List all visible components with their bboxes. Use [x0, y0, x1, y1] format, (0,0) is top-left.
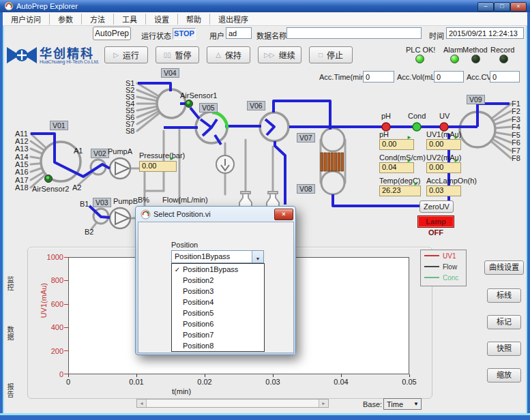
valve-v07-body[interactable]: [321, 128, 344, 151]
menu-bar: 用户访问 参数 方法 工具 设置 帮助 退出程序: [3, 12, 527, 26]
resume-label: 继续: [279, 49, 295, 61]
conc-line-swatch: [424, 277, 439, 278]
menu-parameters[interactable]: 参数: [50, 14, 82, 25]
menu-help[interactable]: 帮助: [178, 14, 210, 25]
chart-x-axis-label: t(min): [172, 387, 191, 395]
stop-button[interactable]: □ 停止: [309, 46, 353, 63]
option-position2[interactable]: Position2: [172, 275, 264, 286]
port-a18: A18: [15, 183, 29, 192]
legend-item-conc: Conc: [421, 272, 466, 283]
b-percent-label: B%: [138, 196, 149, 204]
pump-b-label: PumpB: [113, 197, 138, 205]
position-combobox[interactable]: Position1Bypass ▼: [171, 250, 264, 263]
scroll-left-icon[interactable]: ◄: [137, 400, 147, 407]
acclamp-readout-value: 0.03: [426, 185, 461, 196]
valve-v01-label[interactable]: V01: [50, 121, 68, 130]
air-sensor1-led: [186, 100, 193, 108]
y-tick-800: 800: [38, 276, 63, 284]
option-position8[interactable]: Position8: [172, 340, 264, 351]
valve-v06-label[interactable]: V06: [247, 101, 265, 110]
marker-line-button[interactable]: 标线: [487, 288, 521, 303]
port-s8: S8: [126, 127, 134, 135]
menu-user-access[interactable]: 用户访问: [3, 14, 50, 25]
menu-tools[interactable]: 工具: [114, 14, 146, 25]
base-label: Base:: [363, 400, 382, 408]
x-tick-002: 0.02: [191, 378, 218, 386]
option-position7[interactable]: Position7: [172, 329, 264, 340]
chart-h-scrollbar[interactable]: ◄ ►: [136, 399, 329, 408]
stop-label: 停止: [327, 49, 343, 61]
option-position6[interactable]: Position6: [172, 318, 264, 329]
plc-ok-label: PLC OK!: [406, 46, 435, 54]
ph-sensor-label: pH: [381, 112, 391, 120]
ph-readout-value: 0.00: [379, 139, 414, 150]
x-tick-001: 0.01: [123, 378, 150, 386]
zoom-button[interactable]: 缩放: [487, 368, 521, 382]
hold-button[interactable]: △ 保持: [207, 46, 250, 63]
valve-v08-label[interactable]: V08: [297, 184, 315, 194]
zero-uv-button[interactable]: ZeroUV: [419, 200, 454, 213]
base-select[interactable]: Time ▼: [383, 398, 422, 410]
method-label: Method: [462, 46, 488, 54]
acclamp-readout-label: AccLampOn(h): [426, 177, 477, 185]
valve-v04-label[interactable]: V04: [161, 68, 179, 78]
cond-readout-label: Cond(mS/cm): [379, 153, 426, 162]
combo-dropdown-button[interactable]: ▼: [252, 251, 263, 262]
option-position4[interactable]: Position4: [172, 297, 264, 308]
resume-button[interactable]: ▷▷ 继续: [258, 46, 301, 63]
option-position1bypass[interactable]: ✓ Position1Bypass: [172, 264, 264, 275]
injector-body[interactable]: [216, 155, 234, 173]
menu-method[interactable]: 方法: [82, 14, 114, 25]
temp-flag-icon: ►: [413, 181, 419, 187]
valve-v09-label[interactable]: V09: [467, 95, 485, 104]
port-f4: F4: [512, 123, 520, 131]
option-position5[interactable]: Position5: [172, 308, 264, 318]
window-border-bottom: [0, 415, 530, 420]
cond-flag-icon: ►: [407, 158, 412, 164]
uv1-flag-icon: ►: [454, 135, 459, 140]
legend-conc-label: Conc: [443, 274, 458, 282]
scroll-right-icon[interactable]: ►: [319, 400, 328, 407]
valve-v03-label[interactable]: V03: [93, 198, 111, 207]
stop-icon: □: [319, 51, 323, 59]
valve-v02-label[interactable]: V02: [91, 149, 109, 158]
user-input[interactable]: [226, 27, 252, 39]
menu-exit[interactable]: 退出程序: [210, 14, 256, 25]
alarm-label: Alarm: [443, 46, 463, 54]
pump-a-body[interactable]: [110, 158, 130, 179]
minimize-button[interactable]: –: [477, 2, 494, 12]
curve-settings-button[interactable]: 曲线设置: [484, 260, 524, 275]
run-state-value: STOP: [173, 28, 196, 40]
menu-settings[interactable]: 设置: [146, 14, 178, 25]
run-button[interactable]: ▷ 运行: [104, 46, 148, 63]
pump-b-body[interactable]: [110, 208, 130, 228]
snapshot-button[interactable]: 快照: [487, 342, 521, 356]
option-position3[interactable]: Position3: [172, 286, 264, 297]
mark-button[interactable]: 标记: [487, 315, 521, 329]
record-led: [499, 55, 508, 63]
maximize-button[interactable]: □: [494, 2, 510, 12]
y-tick-400: 400: [38, 323, 63, 331]
time-input[interactable]: [446, 27, 524, 39]
x-tick-003: 0.03: [259, 378, 286, 386]
pressure-flag-icon: ►: [169, 156, 175, 162]
port-f2: F2: [512, 107, 520, 115]
line-b2-label: B2: [85, 228, 93, 236]
valve-v08-body[interactable]: [321, 171, 344, 194]
close-button[interactable]: ×: [510, 2, 527, 12]
legend-flow-label: Flow: [443, 263, 457, 271]
dialog-close-icon[interactable]: ×: [274, 209, 293, 220]
autoprep-button[interactable]: AutoPrep: [93, 27, 131, 40]
port-f8: F8: [512, 154, 520, 162]
select-position-dialog: Select Position.vi × Position Position1B…: [135, 206, 296, 355]
check-icon: ✓: [172, 266, 183, 273]
data-name-input[interactable]: [286, 27, 422, 39]
side-label-1: 监控: [5, 276, 15, 291]
valve-v07-label[interactable]: V07: [297, 133, 315, 142]
pause-button[interactable]: ▯▯ 暂停: [156, 46, 199, 63]
lamp-off-button[interactable]: Lamp OFF: [417, 215, 454, 228]
valve-v05-label[interactable]: V05: [199, 103, 218, 112]
alarm-led: [450, 55, 459, 63]
cond-sensor-label: Cond: [408, 112, 426, 120]
run-state-label: 运行状态: [141, 30, 171, 41]
